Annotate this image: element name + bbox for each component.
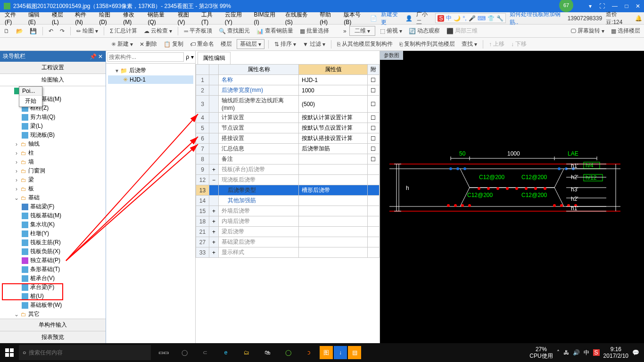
nav-item[interactable]: 筏板基础(M) (0, 211, 106, 220)
nav-item[interactable]: ⌄🗀基础 (0, 193, 106, 202)
nav-item[interactable]: ⌄🗀其它 (0, 310, 106, 319)
find-btn[interactable]: 查找 ▾ (460, 39, 479, 49)
menu-edit[interactable]: 编辑(E) (25, 11, 49, 25)
prop-row[interactable]: 14 其他加强筋 (196, 196, 380, 206)
app1-icon[interactable]: ◯ (174, 343, 194, 362)
view-rebar-btn[interactable]: 📊 查看钢筋量 (255, 26, 295, 36)
nav-item[interactable]: 基础梁(F) (0, 202, 106, 211)
save-icon[interactable]: 💾 (28, 27, 39, 35)
new-change[interactable]: 新建变更 (381, 10, 402, 26)
search-input[interactable] (107, 52, 184, 62)
prop-row[interactable]: 18+内墙后浇带 (196, 216, 380, 227)
tree-child-hjd1[interactable]: ✳ HJD-1 (108, 75, 193, 84)
drop-icon[interactable]: ▾ (589, 3, 592, 9)
prop-row[interactable]: 6搭接设置按默认搭接设置计算☐ (196, 133, 380, 144)
menu-component[interactable]: 构件(N) (72, 11, 96, 25)
app5-icon[interactable]: ↓ (334, 346, 347, 359)
ime-icon[interactable]: 中 (584, 349, 589, 357)
start-button[interactable] (0, 343, 19, 362)
app4-icon[interactable]: ɔ (299, 343, 319, 362)
floor-select[interactable]: 基础层 ▾ (237, 39, 264, 49)
menu-tools[interactable]: 工具(T) (198, 11, 222, 25)
menu-draw[interactable]: 绘图(D) (96, 11, 120, 25)
taskview-icon[interactable]: ▭▭ (154, 343, 173, 362)
prop-row[interactable]: 7汇总信息后浇带加筋☐ (196, 144, 380, 154)
nav-item[interactable]: ›🗀墙 (0, 157, 106, 166)
orbit-btn[interactable]: 🔄 动态观察 (407, 26, 442, 36)
nav-item[interactable]: 柱墩(Y) (0, 229, 106, 238)
network-icon[interactable]: 🖧 (563, 349, 569, 356)
nav-item[interactable]: 承台梁(F) (0, 283, 106, 292)
taskbar-search-input[interactable] (29, 349, 147, 356)
volume-icon[interactable]: 🔊 (573, 349, 580, 356)
nav-item[interactable]: 筏板负筋(X) (0, 247, 106, 256)
action-center-icon[interactable]: 💬 (632, 349, 639, 356)
nav-item[interactable]: ›🗀柱 (0, 148, 106, 157)
level-btn[interactable]: ═ 平齐板顶 (182, 26, 214, 36)
nav-item[interactable]: 基础板带(W) (0, 301, 106, 310)
move-down-btn[interactable]: ↓ 下移 (509, 39, 528, 49)
maximize-icon[interactable]: □ (625, 3, 628, 9)
nav-item[interactable]: ›🗀梁 (0, 175, 106, 184)
prop-row[interactable]: 13 后浇带类型槽形后浇带 (196, 185, 380, 196)
filter-btn[interactable]: ▼ 过滤 ▾ (301, 39, 327, 49)
redo-icon[interactable]: ↷ (58, 27, 66, 35)
search-go-icon[interactable]: ρ (186, 54, 189, 60)
menu-version[interactable]: 版本号(B) (341, 11, 370, 25)
cpu-meter[interactable]: 27%CPU使用 (529, 346, 553, 360)
minimize-icon[interactable]: — (612, 3, 618, 9)
nav-item[interactable]: ›🗀门窗洞 (0, 166, 106, 175)
menu-file[interactable]: 文件(F) (2, 11, 25, 25)
clock[interactable]: 9:162017/2/10 (603, 346, 628, 360)
nav-item[interactable]: 桩承台(V) (0, 274, 106, 283)
prop-row[interactable]: 3轴线距后浇带左边线距离(mm)(500)☐ (196, 96, 380, 113)
nav-item[interactable]: 梁(L) (0, 122, 106, 131)
menu-online[interactable]: 在线服务(S) (282, 11, 317, 25)
app2-icon[interactable]: ⊂ (195, 343, 215, 362)
nav-item[interactable]: J) (0, 87, 106, 95)
cortana-icon[interactable]: ○ (23, 349, 26, 356)
nav-item[interactable]: 条形基础(T) (0, 265, 106, 274)
prop-row[interactable]: 21+梁后浇带 (196, 227, 380, 237)
prop-row[interactable]: 5节点设置按默认节点设置计算☐ (196, 123, 380, 133)
rename-btn[interactable]: 🏷 重命名 (188, 39, 216, 49)
app6-icon[interactable]: ▤ (348, 346, 361, 359)
new-btn[interactable]: ✳ 新建 ▾ (109, 39, 135, 49)
tray-up-icon[interactable]: ˄ (557, 349, 560, 356)
restore-icon[interactable]: ⛶ (599, 3, 605, 9)
rotate-btn[interactable]: 🖵 屏幕旋转 ▾ (569, 26, 606, 36)
nav-item[interactable]: 剪力墙(Q) (0, 113, 106, 122)
prop-tab[interactable]: 属性编辑 (198, 52, 231, 64)
prop-row[interactable]: 8备注☐ (196, 154, 380, 165)
undo-icon[interactable]: ↶ (47, 27, 55, 35)
prop-row[interactable]: 33+显示样式 (196, 247, 380, 258)
prop-row[interactable]: 9+筏板(承台)后浇带 (196, 165, 380, 175)
nav-item[interactable]: 集水坑(K) (0, 220, 106, 229)
nav-item[interactable]: 桩(U) (0, 292, 106, 301)
explorer-icon[interactable]: 🗂 (237, 343, 256, 362)
tip-link[interactable]: 如何处理筏板附加钢筋.. (510, 10, 564, 26)
view2d-select[interactable]: 二维 ▾ (349, 26, 375, 36)
taskbar-search[interactable]: ○ (19, 345, 151, 360)
close-icon[interactable]: ✕ (636, 3, 640, 9)
store-icon[interactable]: 🛍 (257, 343, 277, 362)
copy-to-btn[interactable]: ⎗ 复制构件到其他楼层 (397, 39, 457, 49)
prop-row[interactable]: 2后浇带宽度(mm)1000☐ (196, 85, 380, 96)
new-file-icon[interactable]: 🗋 (2, 27, 11, 35)
prop-row[interactable]: 15+外墙后浇带 (196, 206, 380, 216)
menu-help[interactable]: 帮助(H) (317, 11, 341, 25)
copy-btn[interactable]: 📋 复制 (162, 39, 185, 49)
pin-icon[interactable]: 📌 (90, 53, 97, 60)
photos-icon[interactable]: 图 (320, 346, 333, 359)
menu-modify[interactable]: 修改(M) (120, 11, 145, 25)
prop-row[interactable]: 1名称HJD-1☐ (196, 75, 380, 85)
bell-icon[interactable]: 🔔 (635, 15, 642, 22)
copy-from-btn[interactable]: ⎘ 从其他楼层复制构件 (335, 39, 395, 49)
batch-select-btn[interactable]: ▦ 批量选择 (298, 26, 331, 36)
delete-btn[interactable]: ✕ 删除 (138, 39, 159, 49)
nav-item[interactable]: 框柱(Z) (0, 104, 106, 113)
edge-icon[interactable]: e (216, 343, 236, 362)
nav-tab-draw[interactable]: 绘图输入 (0, 74, 106, 86)
prop-row[interactable]: 4计算设置按默认计算设置计算☐ (196, 113, 380, 123)
nav-item[interactable]: 筏板主筋(R) (0, 238, 106, 247)
